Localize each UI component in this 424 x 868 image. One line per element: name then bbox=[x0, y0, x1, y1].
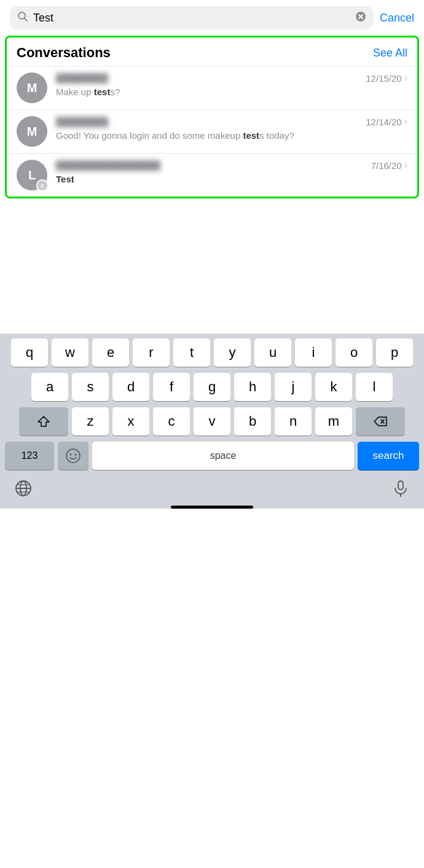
avatar: M bbox=[17, 116, 47, 147]
chevron-right-icon: › bbox=[404, 116, 407, 127]
key-b[interactable]: b bbox=[234, 407, 271, 436]
globe-icon[interactable] bbox=[15, 480, 32, 499]
conversation-content: ████████████████ 7/16/20 › Test bbox=[56, 160, 407, 186]
svg-line-1 bbox=[25, 18, 27, 21]
conversation-preview: Test bbox=[56, 173, 407, 186]
search-bar: Cancel bbox=[0, 0, 424, 36]
key-e[interactable]: e bbox=[92, 338, 129, 367]
key-m[interactable]: m bbox=[315, 407, 352, 436]
conversation-date: 12/14/20 bbox=[366, 117, 401, 127]
key-k[interactable]: k bbox=[315, 373, 352, 401]
key-c[interactable]: c bbox=[153, 407, 190, 436]
avatar: L c bbox=[17, 160, 47, 190]
numbers-key[interactable]: 123 bbox=[5, 442, 54, 470]
shift-key[interactable] bbox=[19, 407, 68, 436]
keyboard-row-1: q w e r t y u i o p bbox=[2, 338, 422, 367]
bold-match: test bbox=[243, 130, 259, 141]
key-q[interactable]: q bbox=[11, 338, 48, 367]
keyboard-row-4: 123 space search bbox=[2, 442, 422, 470]
date-row: 7/16/20 › bbox=[371, 160, 407, 171]
svg-point-8 bbox=[70, 454, 72, 456]
chevron-right-icon: › bbox=[404, 72, 407, 84]
chevron-right-icon: › bbox=[404, 160, 407, 171]
list-item[interactable]: L c ████████████████ 7/16/20 › Test bbox=[7, 153, 417, 197]
key-g[interactable]: g bbox=[194, 373, 230, 401]
date-row: 12/15/20 › bbox=[366, 72, 407, 84]
delete-key[interactable] bbox=[356, 407, 405, 436]
search-input[interactable] bbox=[33, 12, 350, 25]
key-v[interactable]: v bbox=[194, 407, 230, 436]
home-indicator bbox=[171, 506, 253, 509]
bold-match: Test bbox=[56, 174, 74, 184]
list-item[interactable]: M ████████ 12/14/20 › Good! You gonna lo… bbox=[7, 109, 417, 153]
bold-match: test bbox=[94, 87, 111, 97]
see-all-button[interactable]: See All bbox=[373, 47, 407, 60]
key-o[interactable]: o bbox=[336, 338, 372, 367]
conversation-date: 12/15/20 bbox=[366, 73, 401, 84]
avatar: M bbox=[17, 72, 47, 103]
keyboard: q w e r t y u i o p a s d f g h j k l z … bbox=[0, 334, 424, 509]
list-item[interactable]: M ████████ 12/15/20 › Make up tests? bbox=[7, 66, 417, 109]
conversation-content: ████████ 12/14/20 › Good! You gonna logi… bbox=[56, 116, 407, 142]
space-key[interactable]: space bbox=[92, 442, 354, 470]
keyboard-row-3: z x c v b n m bbox=[2, 407, 422, 436]
key-n[interactable]: n bbox=[275, 407, 312, 436]
key-l[interactable]: l bbox=[356, 373, 393, 401]
microphone-icon[interactable] bbox=[392, 480, 409, 499]
key-w[interactable]: w bbox=[52, 338, 88, 367]
key-u[interactable]: u bbox=[254, 338, 291, 367]
conversations-header: Conversations See All bbox=[7, 37, 417, 66]
key-a[interactable]: a bbox=[31, 373, 68, 401]
svg-rect-15 bbox=[398, 481, 403, 490]
search-icon bbox=[17, 11, 28, 25]
search-input-wrapper[interactable] bbox=[10, 6, 374, 29]
keyboard-row-2: a s d f g h j k l bbox=[2, 373, 422, 401]
key-d[interactable]: d bbox=[112, 373, 149, 401]
contact-name: ████████ bbox=[56, 73, 108, 84]
key-y[interactable]: y bbox=[214, 338, 251, 367]
key-j[interactable]: j bbox=[275, 373, 312, 401]
key-i[interactable]: i bbox=[295, 338, 332, 367]
key-t[interactable]: t bbox=[173, 338, 210, 367]
conversations-title: Conversations bbox=[17, 45, 111, 61]
key-x[interactable]: x bbox=[112, 407, 149, 436]
key-s[interactable]: s bbox=[72, 373, 109, 401]
avatar-sub: c bbox=[36, 179, 49, 192]
contact-name: ████████████████ bbox=[56, 160, 160, 171]
keyboard-extra-row bbox=[2, 476, 422, 502]
key-z[interactable]: z bbox=[72, 407, 109, 436]
conversation-top: ████████ 12/15/20 › bbox=[56, 72, 407, 84]
key-h[interactable]: h bbox=[234, 373, 271, 401]
empty-space bbox=[0, 198, 424, 334]
clear-icon[interactable] bbox=[355, 11, 366, 25]
emoji-key[interactable] bbox=[58, 442, 88, 470]
key-f[interactable]: f bbox=[153, 373, 190, 401]
conversation-top: ████████████████ 7/16/20 › bbox=[56, 160, 407, 171]
conversation-preview: Make up tests? bbox=[56, 85, 407, 98]
date-row: 12/14/20 › bbox=[366, 116, 407, 127]
key-r[interactable]: r bbox=[133, 338, 170, 367]
conversation-date: 7/16/20 bbox=[371, 160, 402, 171]
conversation-content: ████████ 12/15/20 › Make up tests? bbox=[56, 72, 407, 98]
contact-name: ████████ bbox=[56, 117, 108, 127]
svg-point-9 bbox=[75, 454, 77, 456]
conversation-preview: Good! You gonna login and do some makeup… bbox=[56, 129, 407, 142]
key-p[interactable]: p bbox=[376, 338, 413, 367]
cancel-button[interactable]: Cancel bbox=[380, 12, 414, 25]
conversation-top: ████████ 12/14/20 › bbox=[56, 116, 407, 127]
svg-point-7 bbox=[66, 449, 80, 463]
search-key[interactable]: search bbox=[358, 442, 419, 470]
conversations-section: Conversations See All M ████████ 12/15/2… bbox=[5, 36, 419, 198]
